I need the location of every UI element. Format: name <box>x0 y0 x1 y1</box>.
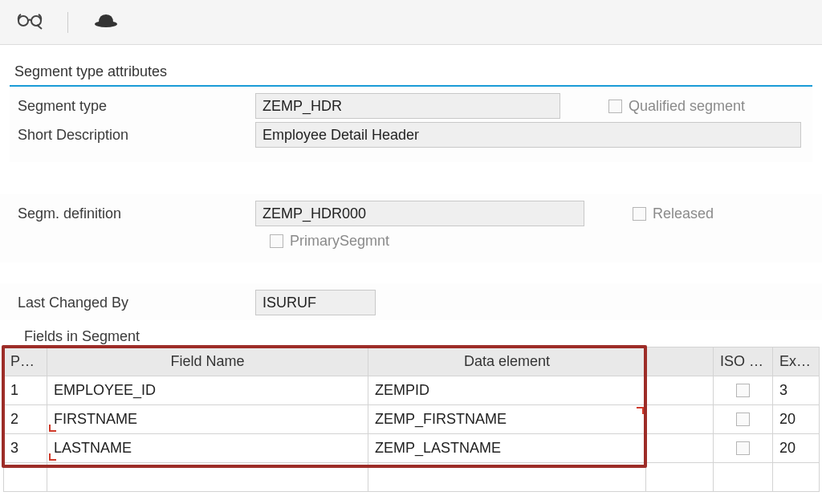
table-row[interactable] <box>4 463 820 492</box>
cell-dataelement[interactable]: ZEMP_LASTNAME <box>368 434 646 463</box>
svg-point-0 <box>18 16 28 26</box>
last-changed-row: Last Changed By ISURUF <box>14 288 817 317</box>
col-header-fieldname[interactable]: Field Name <box>47 348 368 376</box>
primary-segment-label: PrimarySegmnt <box>290 233 389 250</box>
col-header-dataelement[interactable]: Data element <box>368 348 646 376</box>
checkbox-icon <box>736 441 750 455</box>
cell-iso[interactable] <box>714 376 773 405</box>
segm-definition-field[interactable]: ZEMP_HDR000 <box>255 201 584 226</box>
table-row[interactable]: 1 EMPLOYEE_ID ZEMPID 3 <box>4 376 820 405</box>
last-changed-block: Last Changed By ISURUF <box>0 283 822 320</box>
qualified-segment-checkbox[interactable]: Qualified segment <box>608 98 745 115</box>
cell-ext[interactable] <box>773 463 820 492</box>
segm-definition-label: Segm. definition <box>14 205 255 222</box>
checkbox-icon <box>736 384 750 397</box>
cell-dataelement[interactable]: ZEMPID <box>368 376 646 405</box>
short-description-field[interactable]: Employee Detail Header <box>255 122 801 148</box>
checkbox-box <box>608 100 622 113</box>
primary-segment-checkbox[interactable]: PrimarySegmnt <box>255 233 817 250</box>
fields-table-wrap: Po… Field Name Data element ISO c… Ex… 1… <box>3 347 819 492</box>
released-label: Released <box>653 205 714 222</box>
checkbox-icon <box>736 413 750 426</box>
checkbox-box <box>633 207 646 221</box>
cell-dataelement[interactable]: ZEMP_FIRSTNAME <box>368 405 646 434</box>
toolbar <box>0 0 822 45</box>
segment-type-row: Segment type ZEMP_HDR Qualified segment <box>14 91 808 120</box>
last-changed-field[interactable]: ISURUF <box>255 290 376 315</box>
hat-icon[interactable] <box>92 10 120 34</box>
glasses-icon[interactable] <box>16 10 43 34</box>
cell-iso[interactable] <box>714 463 773 492</box>
table-row[interactable]: 3 LASTNAME ZEMP_LASTNAME 20 <box>4 434 820 463</box>
short-description-row: Short Description Employee Detail Header <box>14 120 808 149</box>
cell-pos[interactable]: 2 <box>4 405 47 434</box>
panel-title: Segment type attributes <box>10 60 812 85</box>
last-changed-label: Last Changed By <box>14 295 255 311</box>
cell-gap <box>646 376 714 405</box>
fields-in-segment-title: Fields in Segment <box>0 328 822 345</box>
cell-gap <box>646 405 714 434</box>
col-header-ext[interactable]: Ex… <box>773 348 820 376</box>
cell-ext[interactable]: 20 <box>773 405 820 434</box>
fields-table: Po… Field Name Data element ISO c… Ex… 1… <box>3 347 820 492</box>
col-header-iso[interactable]: ISO c… <box>714 348 773 376</box>
col-header-gap <box>646 348 714 376</box>
qualified-segment-label: Qualified segment <box>629 98 745 115</box>
segm-definition-row: Segm. definition ZEMP_HDR000 Released <box>14 199 817 228</box>
segment-type-field[interactable]: ZEMP_HDR <box>255 93 560 119</box>
released-checkbox[interactable]: Released <box>633 205 714 222</box>
cell-ext[interactable]: 3 <box>773 376 820 405</box>
short-description-label: Short Description <box>14 127 255 144</box>
toolbar-separator <box>67 12 68 33</box>
segment-type-label: Segment type <box>14 98 255 115</box>
table-row[interactable]: 2 FIRSTNAME ZEMP_FIRSTNAME 20 <box>4 405 820 434</box>
cell-ext[interactable]: 20 <box>773 434 820 463</box>
cell-fieldname[interactable]: LASTNAME <box>47 434 368 463</box>
segment-attributes-panel: Segment type attributes Segment type ZEM… <box>10 58 812 162</box>
cell-pos[interactable] <box>4 463 47 492</box>
col-header-pos[interactable]: Po… <box>4 348 47 376</box>
cell-fieldname[interactable]: FIRSTNAME <box>47 405 368 434</box>
cell-pos[interactable]: 1 <box>4 376 47 405</box>
cell-gap <box>646 434 714 463</box>
cell-dataelement[interactable] <box>368 463 646 492</box>
checkbox-box <box>270 234 283 248</box>
table-header-row: Po… Field Name Data element ISO c… Ex… <box>4 348 820 376</box>
cell-gap <box>646 463 714 492</box>
cell-iso[interactable] <box>714 405 773 434</box>
cell-fieldname[interactable]: EMPLOYEE_ID <box>47 376 368 405</box>
cell-fieldname[interactable] <box>47 463 368 492</box>
svg-line-2 <box>37 25 42 29</box>
segment-definition-block: Segm. definition ZEMP_HDR000 Released Pr… <box>0 194 822 262</box>
svg-point-1 <box>31 16 41 26</box>
cell-pos[interactable]: 3 <box>4 434 47 463</box>
cell-iso[interactable] <box>714 434 773 463</box>
